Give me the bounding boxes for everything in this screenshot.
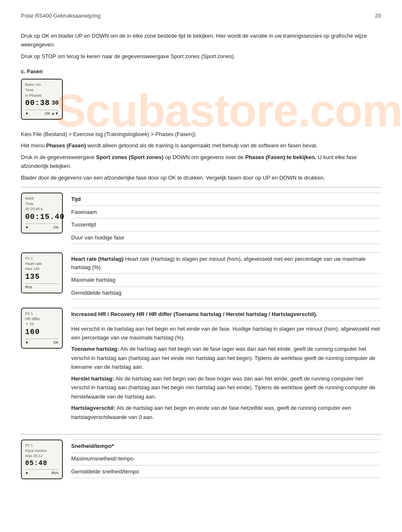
device2-main-display: 00:15.40 [25, 212, 59, 222]
label-tussentijd: Tussentijd [71, 218, 381, 231]
hrdiff-text-block: Het verschil in de hartslag aan het begi… [71, 324, 381, 421]
device1-wrapper: Basic run Time in Phases 00:38 30 ★ OK ▲… [21, 79, 381, 124]
device4-line2: HR differ. [25, 316, 59, 322]
label-pace-avg: Gemiddelde snelheid/tempo [71, 465, 381, 478]
pace-content: Snelheid/tempo* Maximumsnelheid/-tempo G… [71, 439, 381, 478]
blader-text: Blader door de gegevens van een afzonder… [21, 173, 381, 182]
hrdiff-content: Increased HR / Recovery HR / HR differ (… [71, 308, 381, 426]
page-number: 20 [375, 13, 381, 19]
device5-bottom: ★ RVs [25, 469, 59, 476]
device1-display: Basic run Time in Phases 00:38 30 ★ OK ▲… [21, 79, 63, 120]
device4-display: P2 1 HR differ. ↗ 25 160 ★ OK [21, 308, 63, 349]
label-pace-max: Maximumsnelheid/-tempo [71, 452, 381, 465]
device2-bottom-left: ★ [25, 225, 28, 230]
device5-line2: Pace min/km [25, 448, 59, 454]
device4-main-display: 160 [25, 327, 59, 337]
device2-bottom-right: OK [53, 225, 59, 230]
time-label-list: Tijd Fasenaam Tussentijd Duur van huidig… [71, 193, 381, 244]
device2-line1: Work [25, 196, 59, 201]
device2-bottom: ★ OK [25, 224, 59, 230]
page-title: Polar RS400 Gebruiksaanwijzing [21, 13, 100, 19]
device1-line1: Basic run [25, 82, 59, 87]
device5-main-display: 05:48 [25, 459, 59, 468]
device5-bottom-left: ★ [25, 470, 28, 476]
time-section-row: Work Time 00:25:46.6 00:15.40 ★ OK Tijd … [21, 193, 381, 244]
heartrate-section-row: P2 1 Heart rate Max 145 135 RVs Heart ra… [21, 252, 381, 299]
hrdiff-herstel: Herstel hartslag: Als de hartslag aan he… [71, 374, 381, 401]
label-tijd: Tijd [71, 193, 381, 206]
kies-text: Kies File (Bestand) > Exercise log (Trai… [21, 130, 381, 139]
intro-para2: Druk op STOP om terug te keren naar de g… [21, 52, 381, 61]
hrdiff-section-row: P2 1 HR differ. ↗ 25 160 ★ OK Increased … [21, 308, 381, 426]
label-pace-heading: Snelheid/tempo* [71, 439, 381, 453]
device5-line3: Max 05:12 [25, 453, 59, 459]
intro-para1: Druk op OK en blader UP en DOWN om de in… [21, 31, 381, 49]
label-duur: Duur van huidige fase [71, 231, 381, 244]
device3-line2: Heart rate [25, 261, 59, 267]
device3-wrapper: P2 1 Heart rate Max 145 135 RVs [21, 252, 71, 298]
device2-wrapper: Work Time 00:25:46.6 00:15.40 ★ OK [21, 193, 71, 238]
heartrate-content: Heart rate (Hartslag) Heart rate (Hartsl… [71, 252, 381, 299]
druk-text: Druk in de gegevensweergave Sport zones … [21, 153, 381, 171]
device3-display: P2 1 Heart rate Max 145 135 RVs [21, 252, 63, 293]
device5-bottom-right: RVs [52, 470, 59, 476]
device3-main-display: 135 [25, 272, 59, 282]
divider2 [21, 434, 381, 434]
device1-bottom-left: ★ [25, 111, 28, 116]
phases-text-block: Kies File (Bestand) > Exercise log (Trai… [21, 130, 381, 182]
label-hrdiff-heading: Increased HR / Recovery HR / HR differ (… [71, 308, 381, 321]
device3-line1: P2 1 [25, 256, 59, 261]
label-heartrate-heading: Heart rate (Hartslag) Heart rate (Hartsl… [71, 252, 381, 274]
device1-display-row: 00:38 30 [25, 98, 59, 108]
label-max-hartslag: Maximale hartslag [71, 274, 381, 287]
hrdiff-label-list: Increased HR / Recovery HR / HR differ (… [71, 308, 381, 321]
device4-bottom-left: ★ [25, 340, 28, 345]
intro-block: Druk op OK en blader UP en DOWN om de in… [21, 31, 381, 61]
device5-line1: P2 1 [25, 443, 59, 448]
section-c-heading: c. Fasen [21, 68, 381, 75]
hrdiff-para1: Het verschil in de hartslag aan het begi… [71, 324, 381, 342]
device2-display: Work Time 00:25:46.6 00:15.40 ★ OK [21, 193, 63, 234]
pace-section-row: P2 1 Pace min/km Max 05:12 05:48 ★ RVs S… [21, 439, 381, 483]
divider1 [21, 187, 381, 188]
device4-wrapper: P2 1 HR differ. ↗ 25 160 ★ OK [21, 308, 71, 353]
device3-bottom: RVs [25, 283, 59, 290]
hrdiff-verschil: Hartslagverschil: Als de hartslag aan he… [71, 403, 381, 421]
device2-line2: Time [25, 201, 59, 207]
page-header: Polar RS400 Gebruiksaanwijzing 20 [21, 13, 381, 19]
label-fasenaam: Fasenaam [71, 206, 381, 219]
menu-text: Het menu Phases (Fasen) wordt alleen get… [21, 141, 381, 150]
device4-bottom: ★ OK [25, 339, 59, 345]
device3-bottom-right: RVs [25, 285, 32, 290]
device4-line1: P2 1 [25, 311, 59, 316]
time-labels-content: Tijd Fasenaam Tussentijd Duur van huidig… [71, 193, 381, 244]
pace-label-list: Snelheid/tempo* Maximumsnelheid/-tempo G… [71, 439, 381, 478]
device1-line2: Time [25, 87, 59, 93]
device1-bottom-right: OK ▲▼ [45, 111, 59, 116]
device1-bottom: ★ OK ▲▼ [25, 110, 59, 116]
device4-line3: ↗ 25 [25, 321, 59, 327]
hrdiff-toename: Toename hartslag: Als de hartslag aan he… [71, 344, 381, 371]
device1-line3: in Phases [25, 93, 59, 98]
device5-wrapper: P2 1 Pace min/km Max 05:12 05:48 ★ RVs [21, 439, 71, 483]
device1-sub: 30 [52, 99, 59, 108]
heartrate-label-list: Heart rate (Hartslag) Heart rate (Hartsl… [71, 252, 381, 299]
device1-main-display: 00:38 [25, 98, 50, 108]
label-avg-hartslag: Gemiddelde hartslag [71, 287, 381, 300]
device2-line3: 00:25:46.6 [25, 206, 59, 212]
device3-line3: Max 145 [25, 266, 59, 272]
device5-display: P2 1 Pace min/km Max 05:12 05:48 ★ RVs [21, 439, 63, 479]
device4-bottom-right: OK [53, 340, 59, 345]
